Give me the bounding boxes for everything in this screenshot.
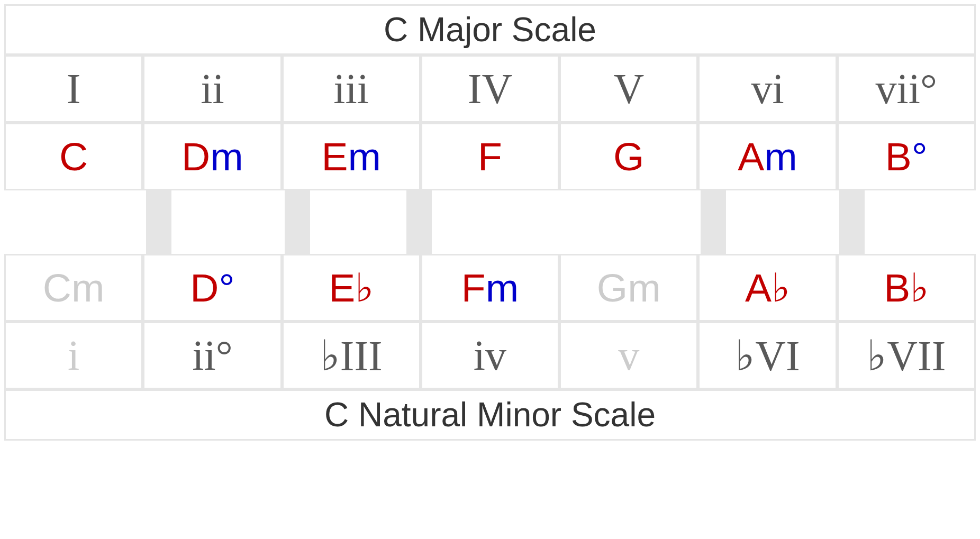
chord-root: B [885, 134, 912, 179]
minor-chord-5: Gm [559, 254, 698, 322]
minor-chord-row: Cm D° E♭ Fm Gm A♭ B♭ [4, 254, 976, 322]
chord-root: E [329, 265, 355, 310]
chord-quality: m [628, 265, 660, 310]
chord-root: A [745, 265, 772, 310]
major-roman-6: vi [698, 55, 837, 123]
major-roman-7: vii° [837, 55, 976, 123]
major-chord-2: Dm [143, 123, 282, 190]
chord-quality: m [348, 134, 380, 179]
chord-root: G [597, 265, 628, 310]
chord-root: F [461, 265, 486, 310]
major-roman-1: I [4, 55, 143, 123]
major-roman-5: V [559, 55, 698, 123]
major-chord-6: Am [698, 123, 837, 190]
chord-root: C [59, 134, 88, 179]
major-chord-5: G [559, 123, 698, 190]
chord-root: G [613, 134, 644, 179]
major-chord-1: C [4, 123, 143, 190]
minor-roman-3: ♭III [282, 322, 421, 389]
connector [406, 190, 432, 254]
chord-quality: ° [912, 134, 928, 179]
minor-roman-6: ♭VI [698, 322, 837, 389]
major-roman-3: iii [282, 55, 421, 123]
chord-quality: ♭ [772, 264, 790, 311]
minor-chord-1: Cm [4, 254, 143, 322]
chord-root: E [321, 134, 348, 179]
major-chord-3: Em [282, 123, 421, 190]
minor-roman-1: i [4, 322, 143, 389]
connector [146, 190, 171, 254]
major-title: C Major Scale [4, 4, 976, 55]
major-roman-2: ii [143, 55, 282, 123]
chord-root: B [884, 265, 910, 310]
connector [285, 190, 310, 254]
major-roman-4: IV [421, 55, 559, 123]
minor-roman-row: i ii° ♭III iv v ♭VI ♭VII [4, 322, 976, 389]
connector-band [4, 190, 976, 254]
minor-chord-6: A♭ [698, 254, 837, 322]
connector [701, 190, 726, 254]
chord-root: D [182, 134, 210, 179]
minor-roman-4: iv [421, 322, 559, 389]
minor-chord-3: E♭ [282, 254, 421, 322]
minor-roman-5: v [559, 322, 698, 389]
major-chord-4: F [421, 123, 559, 190]
major-roman-row: I ii iii IV V vi vii° [4, 55, 976, 123]
minor-chord-4: Fm [421, 254, 559, 322]
chord-quality: ♭ [355, 264, 374, 311]
chord-root: C [43, 265, 71, 310]
minor-roman-7: ♭VII [837, 322, 976, 389]
minor-chord-7: B♭ [837, 254, 976, 322]
minor-roman-2: ii° [143, 322, 282, 389]
chord-quality: ♭ [910, 264, 929, 311]
minor-title: C Natural Minor Scale [4, 389, 976, 440]
scale-diagram: C Major Scale I ii iii IV V vi vii° C Dm… [4, 4, 976, 441]
minor-chord-2: D° [143, 254, 282, 322]
chord-quality: m [210, 134, 243, 179]
major-chord-7: B° [837, 123, 976, 190]
chord-quality: m [486, 265, 519, 310]
chord-quality: m [764, 134, 797, 179]
chord-root: D [190, 265, 219, 310]
chord-quality: ° [219, 265, 235, 310]
major-chord-row: C Dm Em F G Am B° [4, 123, 976, 190]
chord-root: A [738, 134, 764, 179]
chord-root: F [478, 134, 502, 179]
connector [839, 190, 865, 254]
chord-quality: m [71, 265, 104, 310]
